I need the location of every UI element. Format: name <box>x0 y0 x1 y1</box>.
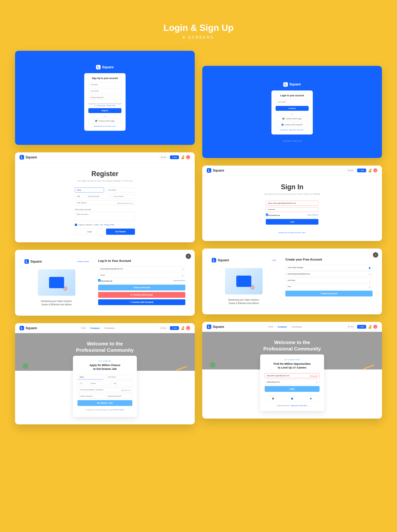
nav-candidates[interactable]: Candidates <box>104 327 115 329</box>
find-chip[interactable]: ⊞ Find <box>346 325 355 329</box>
brand-logo: LSquare <box>19 326 37 330</box>
facebook-social[interactable]: f <box>284 396 301 402</box>
name-input[interactable] <box>285 265 372 270</box>
code-input[interactable] <box>75 194 84 199</box>
continue-button[interactable]: Continue <box>276 106 309 111</box>
phone-input[interactable] <box>89 381 110 386</box>
facebook-button[interactable]: fContinue with Facebook <box>98 299 185 305</box>
email-input[interactable] <box>98 266 185 271</box>
screen-login-blue: LSquare Login to your account Continue O… <box>202 66 382 158</box>
nav-candidates[interactable]: Candidates <box>292 326 302 328</box>
phone-input[interactable] <box>86 194 110 199</box>
eye-icon[interactable]: 👁 <box>182 275 183 277</box>
tos-link[interactable]: Terms of Service <box>114 409 124 411</box>
avatar[interactable] <box>373 168 378 172</box>
user-notice-link[interactable]: User Notice <box>98 105 105 106</box>
forgot-link[interactable]: Forgot Password? <box>173 280 185 281</box>
create-account-link[interactable]: Create Account <box>77 260 89 262</box>
page-header: Login & Sign Up 8 SCREENS <box>15 23 382 39</box>
new-chip[interactable]: + New <box>357 325 366 329</box>
eye-icon[interactable]: 👁 <box>369 286 371 288</box>
main-nav: Profit Company Candidates <box>81 327 115 329</box>
nav-company[interactable]: Company <box>90 327 100 329</box>
lastname-input[interactable] <box>106 374 132 380</box>
password-input[interactable] <box>88 95 121 100</box>
find-chip[interactable]: ⊞ Find <box>159 326 168 330</box>
card-label: LET'S GEAR SPIN! <box>265 359 320 361</box>
password-input[interactable] <box>285 284 372 289</box>
signin-content: Sign In Just sign in if you have an acco… <box>202 176 382 241</box>
login-button[interactable]: Login <box>266 219 318 225</box>
remember-checkbox[interactable]: Remember Me <box>98 279 112 282</box>
brand-logo: LSquare <box>19 155 37 159</box>
twitter-social[interactable]: 🐦 <box>303 396 320 402</box>
google-button[interactable]: Continue with Google <box>88 119 121 123</box>
avatar[interactable] <box>186 155 190 159</box>
forgot-link[interactable]: Forgot Password <box>307 214 318 216</box>
email-input[interactable] <box>285 272 372 276</box>
bell-icon[interactable]: 🔔 <box>368 325 372 329</box>
password-input[interactable] <box>98 273 185 278</box>
register-form: @squareteam.com Tell us about yourself I… <box>75 188 135 235</box>
new-chip[interactable]: + New <box>357 169 366 172</box>
screen-community-login: LSquare Profit Company Candidates ⊞ Find… <box>202 322 382 418</box>
signup-link[interactable]: Sign up for new user? <box>289 129 304 131</box>
agree-row[interactable]: I agree to Square's Cookie and Privacy P… <box>75 224 135 226</box>
email-suffix: @squareteam.com <box>117 202 133 204</box>
find-chip[interactable]: ⊞ Find <box>159 155 168 159</box>
google-button[interactable]: Continue with Google <box>276 116 309 121</box>
firstname-input[interactable] <box>75 188 104 192</box>
brand-logo: LSquare <box>207 168 224 173</box>
about-textarea[interactable] <box>75 212 135 221</box>
email-input[interactable] <box>88 89 121 94</box>
footer-link[interactable]: Already have an Square account? Log in <box>279 232 306 234</box>
nav-company[interactable]: Company <box>278 326 287 328</box>
code-input[interactable] <box>77 381 87 386</box>
username-input[interactable] <box>285 278 372 283</box>
city-input[interactable] <box>112 381 132 386</box>
bell-icon[interactable]: 🔔 <box>181 326 184 330</box>
login-link[interactable]: Already have an account? Log In <box>88 125 121 127</box>
repeat-password-input[interactable] <box>106 394 132 399</box>
login-button[interactable]: Login <box>265 386 320 392</box>
cant-login-link[interactable]: Can't log in <box>280 129 288 131</box>
new-chip[interactable]: + New <box>170 326 179 330</box>
google-button[interactable]: GContinue with Google <box>98 292 185 298</box>
google-icon <box>272 398 274 399</box>
country-input[interactable] <box>112 194 135 199</box>
hero-title: Welcome to theProfessional Community <box>263 339 321 352</box>
login-link[interactable]: Login <box>272 259 276 261</box>
bell-icon[interactable]: 🔔 <box>181 156 184 159</box>
or-divider: OR <box>88 116 121 117</box>
create-button[interactable]: Create an Account <box>285 291 372 297</box>
lastname-input[interactable] <box>106 188 135 192</box>
avatar[interactable] <box>186 326 190 330</box>
create-account-button[interactable]: Create an Account <box>98 285 185 291</box>
footer-links: Can't log in · Sign up for new user? <box>276 129 309 131</box>
facebook-button[interactable]: fContinue with Facebook <box>276 122 309 127</box>
find-chip[interactable]: ⊞ Find <box>346 169 355 172</box>
card-title: Find the Million Opportunitiesto Level U… <box>265 362 320 369</box>
login-button[interactable]: Login <box>75 228 104 235</box>
password-input[interactable] <box>265 380 320 385</box>
privacy-link[interactable]: Privacy Policy <box>107 105 115 106</box>
register-button[interactable]: Register <box>88 108 121 113</box>
firstname-input[interactable] <box>77 374 104 380</box>
eye-icon[interactable]: 👁 <box>316 382 318 384</box>
password-input[interactable] <box>77 394 104 399</box>
get-started-button[interactable]: Get Started - Free <box>77 400 132 406</box>
illustration <box>38 269 75 296</box>
email-input[interactable] <box>266 201 318 206</box>
remember-checkbox[interactable]: Remember Me <box>266 214 280 216</box>
password-input[interactable] <box>266 207 318 212</box>
nav-profit[interactable]: Profit <box>81 327 86 329</box>
login-title: Log In to Your Account <box>98 259 185 263</box>
new-chip[interactable]: + New <box>170 155 179 159</box>
get-started-button[interactable]: Get Started <box>106 228 135 235</box>
email-input[interactable] <box>276 100 309 104</box>
avatar[interactable] <box>373 325 378 329</box>
bell-icon[interactable]: 🔔 <box>368 169 372 172</box>
google-social[interactable] <box>265 396 282 402</box>
fullname-input[interactable] <box>88 82 121 87</box>
nav-profit[interactable]: Profit <box>268 326 273 328</box>
